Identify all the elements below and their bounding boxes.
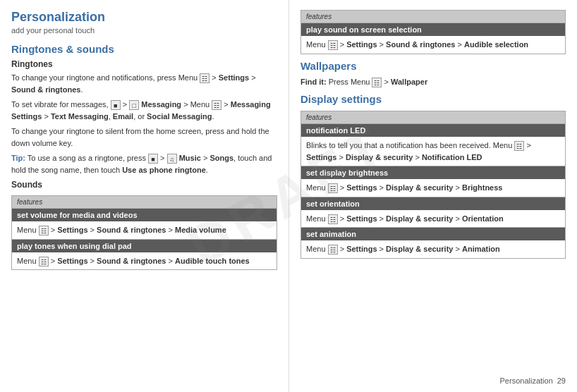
menu-icon9: ☷ <box>328 214 338 224</box>
play-tones-body: Menu ☷ > Settings > Sound & ringtones > … <box>12 252 277 270</box>
display-feature-table: features notification LED Blinks to tell… <box>300 111 566 259</box>
menu-icon5: ☷ <box>328 40 338 50</box>
menu-icon6: ☷ <box>372 78 382 87</box>
notification-led-body: Blinks to tell you that a notification h… <box>301 137 565 166</box>
set-animation-body: Menu ☷ > Settings > Display & security >… <box>301 240 565 258</box>
page-title: Personalization <box>11 10 277 25</box>
set-volume-row: set volume for media and videos Menu ☷ >… <box>12 208 277 239</box>
menu-icon10: ☷ <box>328 245 338 255</box>
play-sound-row: play sound on screen selection Menu ☷ > … <box>301 23 565 54</box>
menu-icon: ☷ <box>200 73 209 83</box>
play-sound-title: play sound on screen selection <box>301 23 565 36</box>
set-brightness-title: set display brightness <box>301 166 565 179</box>
page-subtitle: add your personal touch <box>11 26 277 35</box>
menu-icon4: ☷ <box>39 257 49 267</box>
set-animation-row: set animation Menu ☷ > Settings > Displa… <box>301 227 565 258</box>
ringtones-p2: To set vibrate for messages, ■ > □ Messa… <box>11 99 277 122</box>
screen-selection-table: features play sound on screen selection … <box>300 10 566 54</box>
set-volume-title: set volume for media and videos <box>12 209 277 221</box>
set-orientation-title: set orientation <box>301 197 565 210</box>
set-volume-body: Menu ☷ > Settings > Sound & ringtones > … <box>12 221 277 239</box>
left-column: Personalization add your personal touch … <box>0 0 289 392</box>
music-icon: ♫ <box>167 154 177 164</box>
set-orientation-body: Menu ☷ > Settings > Display & security >… <box>301 210 565 228</box>
ringtones-p1: To change your ringtone and notification… <box>11 72 277 95</box>
menu-icon8: ☷ <box>328 183 338 193</box>
menu-icon2: ☷ <box>212 100 221 110</box>
notification-led-title: notification LED <box>301 124 565 137</box>
footer-page-label: Personalization <box>500 376 553 385</box>
set-brightness-body: Menu ☷ > Settings > Display & security >… <box>301 179 565 197</box>
messaging-icon: □ <box>129 100 139 110</box>
features-header: features <box>12 196 277 208</box>
menu-icon7: ☷ <box>514 141 524 151</box>
section-ringtones-sounds: Ringtones & sounds <box>11 43 277 55</box>
section-display-settings: Display settings <box>300 93 566 105</box>
play-tones-row: play tones when using dial pad Menu ☷ > … <box>12 239 277 270</box>
features-header2: features <box>301 11 565 23</box>
set-brightness-row: set display brightness Menu ☷ > Settings… <box>301 166 565 197</box>
play-tones-title: play tones when using dial pad <box>12 240 277 252</box>
footer-page-number: 29 <box>557 376 566 385</box>
right-column: features play sound on screen selection … <box>289 0 577 392</box>
subsection-ringtones: Ringtones <box>11 59 277 69</box>
camera-icon: ■ <box>111 100 121 110</box>
sounds-label: Sounds <box>11 180 277 190</box>
features-header3: features <box>301 111 565 123</box>
camera-icon2: ■ <box>148 154 158 164</box>
set-animation-title: set animation <box>301 228 565 240</box>
ringtones-p3: To change your ringtone to silent from t… <box>11 125 277 149</box>
sounds-feature-table: features set volume for media and videos… <box>11 195 277 270</box>
menu-icon3: ☷ <box>39 226 49 235</box>
tip-label: Tip: <box>11 154 25 162</box>
ringtones-tip: Tip: To use a song as a ringtone, press … <box>11 152 277 176</box>
wallpapers-findit: Find it: Press Menu ☷ > Wallpaper <box>300 76 566 88</box>
notification-led-row: notification LED Blinks to tell you that… <box>301 123 565 166</box>
section-wallpapers: Wallpapers <box>300 60 566 72</box>
play-sound-body: Menu ☷ > Settings > Sound & ringtones > … <box>301 36 565 54</box>
set-orientation-row: set orientation Menu ☷ > Settings > Disp… <box>301 197 565 228</box>
